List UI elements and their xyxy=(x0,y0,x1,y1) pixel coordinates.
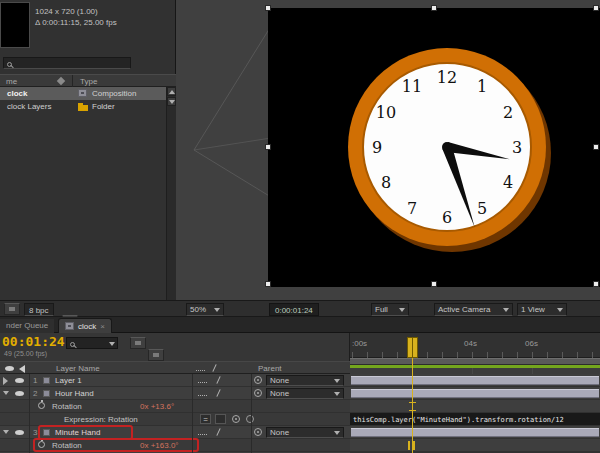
layer-name-column-header[interactable]: Layer Name xyxy=(56,364,100,373)
resolution-value: Full xyxy=(375,305,388,314)
track-row-minute-rotation[interactable] xyxy=(350,439,600,452)
tab-render-queue[interactable]: nder Queue xyxy=(0,319,54,333)
layer-duration-bar[interactable] xyxy=(351,428,599,437)
collapse-switch-icon[interactable] xyxy=(198,378,207,383)
layer-number: 2 xyxy=(33,389,37,398)
timeline-search-input[interactable] xyxy=(66,337,118,349)
stopwatch-icon[interactable] xyxy=(38,402,45,409)
quality-switch-icon[interactable] xyxy=(216,376,220,384)
folder-icon xyxy=(78,105,88,111)
resolution-select[interactable]: Full xyxy=(371,303,409,316)
track-row-minute-hand[interactable] xyxy=(350,426,600,439)
layer-type-icon xyxy=(43,377,50,384)
expression-graph-icon[interactable] xyxy=(215,414,226,424)
layer-visibility-icon[interactable] xyxy=(15,378,24,383)
clock-number-11: 11 xyxy=(402,77,422,96)
current-time-indicator[interactable] xyxy=(407,337,418,358)
stopwatch-icon[interactable] xyxy=(38,441,45,448)
type-column-header[interactable]: Type xyxy=(80,77,97,86)
twirl-down-icon[interactable] xyxy=(3,391,9,395)
parent-select[interactable]: None xyxy=(266,427,344,438)
tab-clock[interactable]: clock × xyxy=(58,318,112,333)
track-row-layer1[interactable] xyxy=(350,374,600,387)
layer-row-hour-hand[interactable]: 2 Hour Hand None xyxy=(0,387,350,400)
expression-text[interactable]: thisComp.layer("MinuteHand").transform.r… xyxy=(353,416,564,424)
expression-field[interactable]: thisComp.layer("MinuteHand").transform.r… xyxy=(350,413,600,426)
bit-depth-button[interactable]: 8 bpc xyxy=(24,303,54,316)
composition-canvas[interactable]: 12 1 2 3 4 5 6 7 8 9 10 11 xyxy=(268,8,600,287)
parent-select[interactable]: None xyxy=(266,388,344,399)
expression-row[interactable]: Expression: Rotation = xyxy=(0,413,350,426)
parent-select[interactable]: None xyxy=(266,375,344,386)
name-column-header[interactable]: me xyxy=(6,77,17,86)
selection-handle[interactable] xyxy=(431,281,437,287)
clock-number-10: 10 xyxy=(376,103,396,122)
viewer-timecode[interactable]: 0:00:01:24 xyxy=(269,303,319,316)
ruler-label-6s: 06s xyxy=(525,339,538,348)
parent-pickwhip-icon[interactable] xyxy=(254,376,262,384)
quality-switch-icon[interactable] xyxy=(216,389,220,397)
parent-pickwhip-icon[interactable] xyxy=(254,389,262,397)
parent-value: None xyxy=(270,376,289,385)
draft-3d-icon[interactable] xyxy=(148,349,164,361)
layer-visibility-icon[interactable] xyxy=(15,391,24,396)
selection-handle[interactable] xyxy=(265,5,271,11)
selection-handle[interactable] xyxy=(265,144,271,150)
clock-number-5: 5 xyxy=(477,199,487,218)
work-area-bar[interactable] xyxy=(350,358,600,365)
selection-handle[interactable] xyxy=(593,144,599,150)
project-search-input[interactable] xyxy=(3,57,131,69)
minute-rotation-value[interactable]: 0x +163.0° xyxy=(140,441,179,450)
clock-number-1: 1 xyxy=(477,77,487,96)
project-scrollbar[interactable] xyxy=(166,87,176,300)
project-item-clock[interactable]: clock Composition xyxy=(0,87,166,100)
minute-rotation-property-row[interactable]: Rotation 0x +163.0° xyxy=(0,439,350,452)
layer-row-minute-hand[interactable]: 3 Minute Hand None xyxy=(0,426,350,439)
hour-rotation-property-row[interactable]: Rotation 0x +13.6° xyxy=(0,400,350,413)
selection-handle[interactable] xyxy=(593,5,599,11)
item-type: Composition xyxy=(92,89,136,98)
zoom-value: 50% xyxy=(190,305,206,314)
selection-handle[interactable] xyxy=(431,5,437,11)
render-cache-bar xyxy=(350,365,600,368)
tab-close-icon[interactable]: × xyxy=(100,322,105,331)
layer-visibility-icon[interactable] xyxy=(15,430,24,435)
track-row-hour-hand[interactable] xyxy=(350,387,600,400)
hour-rotation-value[interactable]: 0x +13.6° xyxy=(140,402,174,411)
scroll-down-button[interactable] xyxy=(167,97,176,106)
project-flowchart-icon[interactable] xyxy=(4,303,20,315)
layer-row-layer1[interactable]: 1 Layer 1 None xyxy=(0,374,350,387)
chevron-down-icon xyxy=(334,392,340,396)
search-icon xyxy=(70,342,75,347)
expression-pickwhip-icon[interactable] xyxy=(232,415,240,423)
twirl-right-icon[interactable] xyxy=(3,377,8,385)
expression-enable-icon[interactable]: = xyxy=(200,414,211,424)
composition-mini-flowchart-icon[interactable] xyxy=(130,337,146,349)
timeline-timecode[interactable]: 00:01:24 xyxy=(2,334,65,349)
audio-column-speaker-icon[interactable] xyxy=(19,365,25,373)
selection-handle[interactable] xyxy=(593,281,599,287)
column-divider xyxy=(29,374,30,453)
twirl-down-icon[interactable] xyxy=(3,430,9,434)
parent-pickwhip-icon[interactable] xyxy=(254,428,262,436)
clock-number-3: 3 xyxy=(512,138,522,157)
collapse-switch-icon[interactable] xyxy=(198,430,207,435)
parent-column-header[interactable]: Parent xyxy=(258,364,282,373)
time-ruler[interactable]: :00s 04s 06s xyxy=(350,333,600,358)
layer-duration-bar[interactable] xyxy=(351,389,599,398)
zoom-select[interactable]: 50% xyxy=(186,303,224,316)
project-item-clock-layers[interactable]: clock Layers Folder xyxy=(0,100,166,113)
expression-language-menu-icon[interactable] xyxy=(246,415,254,423)
collapse-switch-icon[interactable] xyxy=(198,391,207,396)
selection-handle[interactable] xyxy=(265,281,271,287)
quality-column-icon xyxy=(212,364,216,372)
value-marker[interactable] xyxy=(413,441,415,450)
value-marker[interactable] xyxy=(408,441,410,450)
layer-duration-bar[interactable] xyxy=(351,376,599,385)
camera-select[interactable]: Active Camera xyxy=(434,303,513,316)
quality-switch-icon[interactable] xyxy=(216,428,220,436)
scroll-up-button[interactable] xyxy=(167,87,176,96)
view-layout-select[interactable]: 1 View xyxy=(517,303,567,316)
video-column-eye-icon[interactable] xyxy=(5,366,14,371)
track-row-hour-rotation[interactable] xyxy=(350,400,600,413)
